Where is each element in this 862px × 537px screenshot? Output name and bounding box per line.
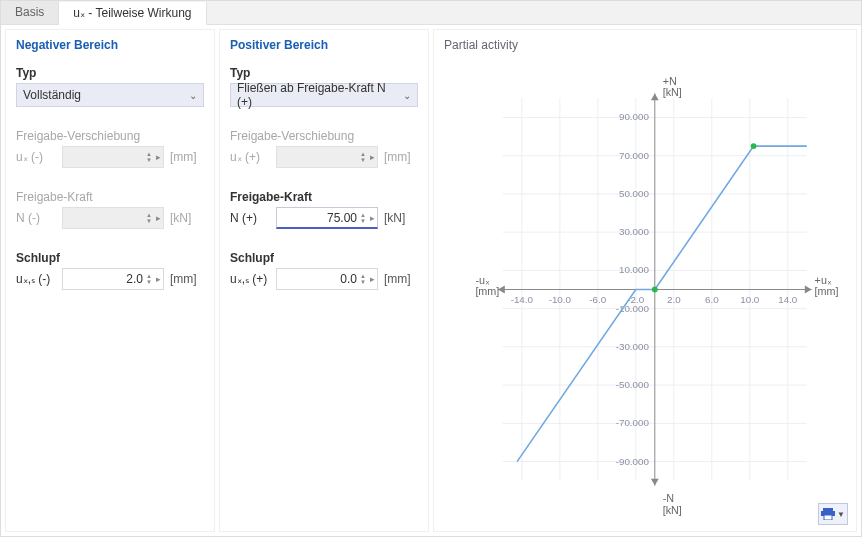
svg-text:90.000: 90.000 [619,111,650,122]
pos-force-input[interactable]: 75.00 ▲▼ ▸ [276,207,378,229]
svg-text:10.000: 10.000 [619,264,650,275]
spinner-icon: ▲▼ [146,151,152,163]
svg-text:50.000: 50.000 [619,188,650,199]
spinner-icon[interactable]: ▲▼ [360,212,366,224]
negative-range-title: Negativer Bereich [16,38,204,52]
pos-force-prefix: N (+) [230,211,270,225]
neg-force-input: ▲▼ ▸ [62,207,164,229]
spinner-icon: ▲▼ [146,212,152,224]
unit-kn: [kN] [170,211,204,225]
svg-rect-52 [823,508,833,511]
pos-displacement-label: Freigabe-Verschiebung [230,129,418,143]
svg-text:30.000: 30.000 [619,226,650,237]
svg-point-43 [751,143,757,149]
svg-marker-22 [651,93,659,100]
positive-range-panel: Positiver Bereich Typ Fließen ab Freigab… [219,29,429,532]
svg-marker-20 [805,286,812,294]
pos-slip-input[interactable]: 0.0 ▲▼ ▸ [276,268,378,290]
neg-slip-prefix: uₓ,ₛ (-) [16,272,56,286]
svg-text:10.0: 10.0 [740,294,760,305]
unit-mm: [mm] [384,272,418,286]
pos-type-value: Fließen ab Freigabe-Kraft N (+) [237,81,403,109]
svg-text:2.0: 2.0 [667,294,681,305]
svg-text:-30.000: -30.000 [616,341,650,352]
neg-displacement-label: Freigabe-Verschiebung [16,129,204,143]
spinner-icon: ▲▼ [360,151,366,163]
chevron-down-icon: ⌄ [403,90,411,101]
dropdown-icon[interactable]: ▸ [370,274,375,284]
dropdown-icon: ▸ [370,152,375,162]
negative-range-panel: Negativer Bereich Typ Vollständig ⌄ Frei… [5,29,215,532]
chevron-down-icon: ▼ [837,510,845,519]
svg-text:[mm]: [mm] [475,285,499,297]
neg-displacement-input: ▲▼ ▸ [62,146,164,168]
chart-panel: Partial activity -14.0-10.0-6.0-2.02.06.… [433,29,857,532]
print-icon [821,508,835,520]
svg-marker-23 [651,479,659,486]
svg-text:-70.000: -70.000 [616,417,650,428]
neg-slip-input[interactable]: 2.0 ▲▼ ▸ [62,268,164,290]
pos-force-label: Freigabe-Kraft [230,190,418,204]
svg-text:-uₓ: -uₓ [475,274,490,286]
neg-force-label: Freigabe-Kraft [16,190,204,204]
svg-text:[kN]: [kN] [663,86,682,98]
svg-text:-6.0: -6.0 [589,294,606,305]
svg-text:70.000: 70.000 [619,150,650,161]
svg-text:[kN]: [kN] [663,504,682,516]
neg-type-value: Vollständig [23,88,81,102]
neg-slip-label: Schlupf [16,251,204,265]
dropdown-icon[interactable]: ▸ [370,213,375,223]
dropdown-icon[interactable]: ▸ [156,274,161,284]
partial-activity-chart: -14.0-10.0-6.0-2.02.06.010.014.0-90.000-… [444,56,846,523]
svg-text:-N: -N [663,492,674,504]
pos-type-label: Typ [230,66,418,80]
pos-displacement-prefix: uₓ (+) [230,150,270,164]
svg-text:-50.000: -50.000 [616,379,650,390]
tab-partial-effect[interactable]: uₓ - Teilweise Wirkung [59,2,206,25]
neg-displacement-prefix: uₓ (-) [16,150,56,164]
tab-bar: Basis uₓ - Teilweise Wirkung [1,1,861,25]
unit-mm: [mm] [384,150,418,164]
svg-text:-10.0: -10.0 [549,294,572,305]
dropdown-icon: ▸ [156,152,161,162]
chevron-down-icon: ⌄ [189,90,197,101]
svg-text:-14.0: -14.0 [511,294,534,305]
svg-text:-90.000: -90.000 [616,456,650,467]
svg-text:+N: +N [663,75,677,87]
svg-rect-54 [824,515,832,520]
svg-text:+uₓ: +uₓ [815,274,832,286]
pos-type-select[interactable]: Fließen ab Freigabe-Kraft N (+) ⌄ [230,83,418,107]
svg-text:14.0: 14.0 [778,294,798,305]
svg-point-42 [652,287,658,293]
tab-basis[interactable]: Basis [1,1,59,24]
neg-type-label: Typ [16,66,204,80]
unit-mm: [mm] [170,272,204,286]
pos-slip-prefix: uₓ,ₛ (+) [230,272,270,286]
spinner-icon[interactable]: ▲▼ [360,273,366,285]
svg-text:6.0: 6.0 [705,294,719,305]
dropdown-icon: ▸ [156,213,161,223]
neg-type-select[interactable]: Vollständig ⌄ [16,83,204,107]
svg-text:[mm]: [mm] [815,285,839,297]
unit-mm: [mm] [170,150,204,164]
spinner-icon[interactable]: ▲▼ [146,273,152,285]
pos-displacement-input: ▲▼ ▸ [276,146,378,168]
neg-force-prefix: N (-) [16,211,56,225]
pos-slip-label: Schlupf [230,251,418,265]
unit-kn: [kN] [384,211,418,225]
positive-range-title: Positiver Bereich [230,38,418,52]
print-button[interactable]: ▼ [818,503,848,525]
chart-title: Partial activity [444,38,846,52]
